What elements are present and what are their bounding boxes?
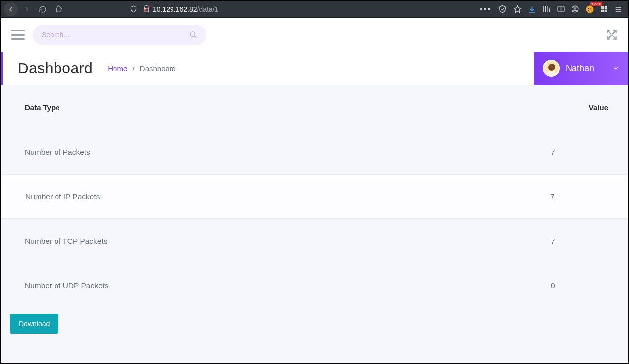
menu-toggle-button[interactable]	[11, 30, 25, 40]
bookmark-star-icon[interactable]	[514, 5, 522, 13]
svg-point-5	[574, 7, 576, 9]
cell-data-type: Number of Packets	[25, 148, 551, 156]
svg-rect-9	[601, 6, 604, 9]
nav-reload-button[interactable]	[36, 2, 50, 16]
download-button[interactable]: Download	[10, 314, 58, 334]
svg-line-17	[194, 36, 196, 38]
search-icon	[189, 31, 197, 39]
svg-rect-10	[605, 6, 607, 9]
breadcrumb-home-link[interactable]: Home	[108, 64, 127, 73]
extension-icon[interactable]: 127.0	[585, 5, 594, 14]
nav-back-button[interactable]	[4, 2, 18, 16]
page-action-icons: •••	[480, 5, 522, 14]
table-row: Number of Packets7	[1, 130, 628, 174]
extension-badge: 127.0	[590, 2, 602, 6]
cell-data-type: Number of TCP Packets	[25, 237, 551, 246]
search-box[interactable]	[33, 25, 206, 45]
breadcrumb-current: Dashboard	[140, 64, 176, 73]
chevron-down-icon	[612, 65, 619, 72]
fullscreen-button[interactable]	[605, 28, 618, 41]
shield-icon	[127, 5, 140, 13]
downloads-icon[interactable]	[528, 5, 536, 13]
url-text: 10.129.162.82/data/1	[153, 5, 218, 13]
svg-rect-12	[605, 9, 607, 12]
menu-icon[interactable]	[614, 5, 622, 13]
svg-point-16	[190, 32, 195, 36]
cell-value: 7	[551, 148, 610, 156]
user-name: Nathan	[566, 63, 594, 74]
browser-toolbar: 10.129.162.82/data/1 ••• 127.0	[1, 1, 628, 18]
nav-forward-button	[20, 2, 34, 16]
library-icon[interactable]	[542, 5, 551, 13]
header-data-type: Data Type	[25, 104, 551, 112]
cell-value: 7	[550, 192, 610, 201]
svg-point-7	[588, 8, 589, 9]
reader-shield-icon[interactable]	[498, 5, 507, 13]
table-row: Number of UDP Packets0	[1, 263, 628, 308]
table-header: Data Type Value	[1, 85, 628, 130]
cell-value: 7	[551, 237, 610, 246]
more-icon[interactable]: •••	[480, 5, 491, 14]
address-bar[interactable]: 10.129.162.82/data/1	[127, 5, 464, 13]
nav-home-button[interactable]	[52, 2, 65, 16]
insecure-icon	[140, 5, 153, 13]
cell-data-type: Number of UDP Packets	[25, 281, 551, 290]
page-title: Dashboard	[18, 60, 93, 77]
app-topbar	[1, 18, 628, 52]
avatar	[543, 60, 560, 77]
data-table: Data Type Value Number of Packets7Number…	[1, 85, 628, 308]
table-row: Number of IP Packets7	[1, 174, 628, 219]
table-row: Number of TCP Packets7	[1, 219, 628, 263]
browser-right-icons: 127.0	[528, 5, 622, 14]
cell-value: 0	[551, 281, 610, 290]
content-area: Data Type Value Number of Packets7Number…	[1, 85, 628, 363]
header-value: Value	[551, 104, 610, 112]
svg-rect-11	[601, 9, 604, 12]
title-bar: Dashboard Home / Dashboard Nathan	[1, 52, 628, 85]
breadcrumb: Home / Dashboard	[108, 64, 176, 73]
breadcrumb-separator: /	[132, 64, 134, 73]
cell-data-type: Number of IP Packets	[25, 192, 550, 201]
addons-icon[interactable]	[600, 5, 608, 13]
user-menu[interactable]: Nathan	[534, 52, 628, 85]
svg-point-8	[590, 8, 591, 9]
account-icon[interactable]	[571, 5, 579, 13]
svg-point-6	[586, 5, 594, 13]
sidebar-icon[interactable]	[557, 5, 565, 13]
page-viewport: Dashboard Home / Dashboard Nathan Data T…	[1, 18, 628, 363]
search-input[interactable]	[42, 31, 189, 39]
